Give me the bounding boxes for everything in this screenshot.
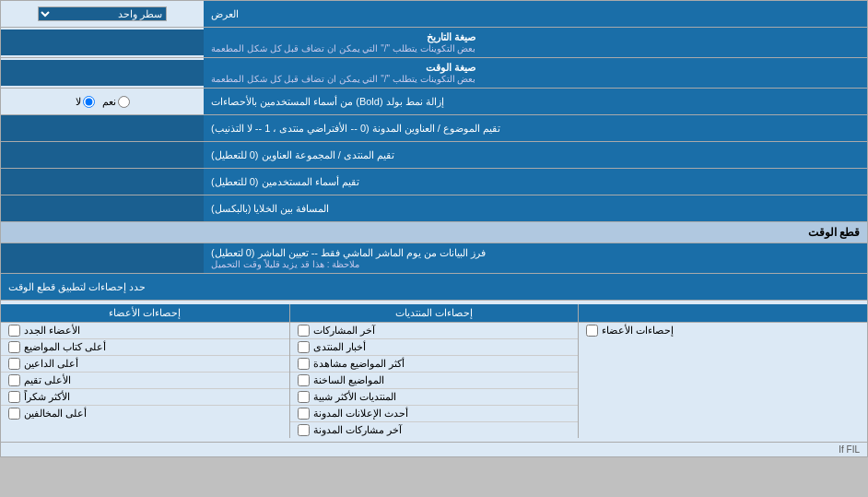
list-item: آخر المشاركات: [290, 323, 579, 339]
fetch-input-area: 0: [1, 243, 204, 273]
space-between-row: المسافة بين الخلايا (بالبكسل) 2: [1, 195, 867, 222]
list-item: أحدث الإعلانات المدونة: [290, 406, 579, 422]
display-label: العرض: [204, 1, 867, 27]
restrict-row: حدد إحصاءات لتطبيق قطع الوقت: [1, 274, 867, 301]
list-item: إحصاءات الأعضاء: [579, 323, 867, 338]
list-item: أكثر المواضيع مشاهدة: [290, 356, 579, 373]
checkbox-col3: إحصاءات الأعضاء: [578, 323, 867, 438]
radio-no[interactable]: [83, 96, 95, 108]
checkbox-rows-container: إحصاءات الأعضاء آخر المشاركات أخبار المن…: [1, 323, 867, 438]
users-order-row: تقيم أسماء المستخدمين (0 للتعطيل) 0: [1, 169, 867, 195]
checkbox-col2-6[interactable]: [298, 424, 310, 436]
radio-yes-label[interactable]: نعم: [102, 96, 130, 108]
checkbox-col3-header: [578, 304, 867, 322]
checkbox-col2-header: إحصاءات المنتديات: [289, 304, 579, 322]
date-format-input-area: d-m: [1, 30, 204, 55]
space-between-label: المسافة بين الخلايا (بالبكسل): [204, 195, 867, 221]
display-row: العرض سطر واحد سطرين ثلاثة أسطر: [1, 1, 867, 28]
remove-bold-row: إزالة نمط بولد (Bold) من أسماء المستخدمي…: [1, 89, 867, 115]
forum-order-input[interactable]: 33: [5, 147, 200, 163]
list-item: المنتديات الأكثر شبية: [290, 389, 579, 406]
restrict-label: حدد إحصاءات لتطبيق قطع الوقت: [1, 274, 867, 300]
list-item: أخبار المنتدى: [290, 339, 579, 356]
time-format-label: صيغة الوقت بعض التكوينات يتطلب "/" التي …: [204, 58, 867, 88]
checkbox-col1-2[interactable]: [8, 358, 20, 370]
list-item: الأكثر شكراً: [1, 389, 289, 406]
list-item: آخر مشاركات المدونة: [290, 422, 579, 438]
fetch-row: فرز البيانات من يوم الماشر الماشي فقط --…: [1, 243, 867, 274]
forum-order-input-area: 33: [1, 142, 204, 168]
checkbox-col2-0[interactable]: [298, 325, 310, 337]
checkbox-col1: الأعضاء الجدد أعلى كتاب المواضيع أعلى ال…: [1, 323, 289, 438]
time-format-row: صيغة الوقت بعض التكوينات يتطلب "/" التي …: [1, 58, 867, 89]
date-format-row: صيغة التاريخ بعض التكوينات يتطلب "/" الت…: [1, 28, 867, 58]
checkboxes-section: إحصاءات المنتديات إحصاءات الأعضاء إحصاءا…: [1, 301, 867, 443]
checkbox-col2-2[interactable]: [298, 358, 310, 370]
radio-no-label[interactable]: لا: [76, 96, 95, 108]
space-between-input[interactable]: 2: [5, 200, 200, 217]
checkbox-col3-0[interactable]: [586, 325, 598, 337]
list-item: المواضيع الساخنة: [290, 373, 579, 389]
checkbox-col2-1[interactable]: [298, 341, 310, 353]
remove-bold-radio-area: نعم لا: [1, 89, 204, 114]
display-select-area: سطر واحد سطرين ثلاثة أسطر: [1, 1, 204, 27]
radio-yes[interactable]: [118, 96, 130, 108]
checkbox-col1-5[interactable]: [8, 408, 20, 420]
topics-order-input[interactable]: 33: [5, 120, 200, 136]
checkbox-header-row: إحصاءات المنتديات إحصاءات الأعضاء: [1, 304, 867, 323]
remove-bold-label: إزالة نمط بولد (Bold) من أسماء المستخدمي…: [204, 89, 867, 114]
fetch-input[interactable]: 0: [5, 250, 200, 266]
checkbox-col1-header: إحصاءات الأعضاء: [1, 304, 289, 322]
topics-order-input-area: 33: [1, 115, 204, 141]
filter-note: If FIL: [1, 443, 867, 456]
topics-order-label: تقيم الموضوع / العناوين المدونة (0 -- ال…: [204, 115, 867, 141]
checkbox-col1-3[interactable]: [8, 374, 20, 386]
list-item: أعلى المخالفين: [1, 406, 289, 421]
users-order-label: تقيم أسماء المستخدمين (0 للتعطيل): [204, 169, 867, 195]
list-item: الأعلى تقيم: [1, 373, 289, 389]
checkbox-col2-4[interactable]: [298, 391, 310, 403]
checkbox-col2-3[interactable]: [298, 374, 310, 386]
checkbox-col2: آخر المشاركات أخبار المنتدى أكثر المواضي…: [289, 323, 579, 438]
checkbox-col1-1[interactable]: [8, 341, 20, 353]
forum-order-label: تقيم المنتدى / المجموعة العناوين (0 للتع…: [204, 142, 867, 168]
list-item: الأعضاء الجدد: [1, 323, 289, 339]
forum-order-row: تقيم المنتدى / المجموعة العناوين (0 للتع…: [1, 142, 867, 169]
display-select[interactable]: سطر واحد سطرين ثلاثة أسطر: [38, 6, 167, 21]
space-between-input-area: 2: [1, 195, 204, 221]
checkbox-col1-0[interactable]: [8, 325, 20, 337]
users-order-input[interactable]: 0: [5, 173, 200, 190]
time-format-input-area: H:i: [1, 60, 204, 86]
time-section-header: قطع الوقت: [1, 222, 867, 243]
checkbox-col2-5[interactable]: [298, 408, 310, 420]
topics-order-row: تقيم الموضوع / العناوين المدونة (0 -- ال…: [1, 115, 867, 142]
list-item: أعلى الداعين: [1, 356, 289, 373]
main-container: العرض سطر واحد سطرين ثلاثة أسطر صيغة الت…: [0, 0, 868, 457]
list-item: أعلى كتاب المواضيع: [1, 339, 289, 356]
time-format-input[interactable]: H:i: [5, 65, 200, 81]
checkbox-col1-4[interactable]: [8, 391, 20, 403]
fetch-label: فرز البيانات من يوم الماشر الماشي فقط --…: [204, 243, 867, 273]
users-order-input-area: 0: [1, 169, 204, 195]
date-format-input[interactable]: d-m: [5, 34, 200, 51]
date-format-label: صيغة التاريخ بعض التكوينات يتطلب "/" الت…: [204, 28, 867, 57]
